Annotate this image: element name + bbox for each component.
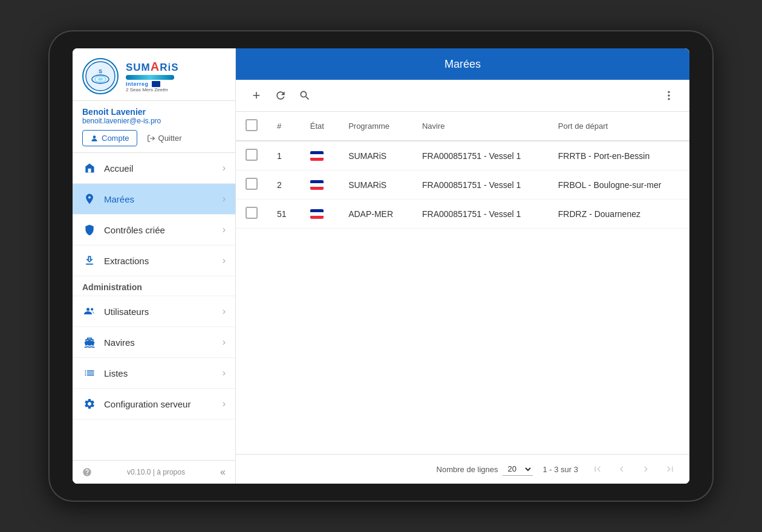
row-checkbox[interactable]: [246, 178, 258, 190]
sidebar-item-accueil[interactable]: Accueil ›: [73, 153, 235, 184]
table-row[interactable]: 1 SUMARiS FRA000851751 - Vessel 1 FRRTB …: [236, 141, 689, 170]
col-programme: Programme: [339, 112, 412, 141]
first-page-button[interactable]: [588, 459, 607, 479]
sidebar-item-config[interactable]: Configuration serveur ›: [73, 389, 235, 420]
chevron-right-icon: ›: [223, 255, 226, 266]
sumaris-wordmark: SUMA RiS: [126, 60, 179, 74]
last-page-button[interactable]: [660, 459, 680, 479]
chevron-right-icon: ›: [223, 163, 226, 174]
sidebar-item-listes[interactable]: Listes ›: [73, 358, 235, 389]
row-num: 1: [267, 141, 301, 170]
sidebar-item-navires-label: Navires: [104, 337, 223, 348]
pagination-count: 1 - 3 sur 3: [542, 465, 578, 474]
row-port: FRBOL - Boulogne-sur-mer: [549, 170, 689, 199]
page-header: Marées: [236, 48, 689, 80]
col-navire: Navire: [412, 112, 549, 141]
app-logo: S: [82, 58, 119, 94]
svg-point-10: [668, 91, 669, 93]
sidebar: S SUMA RiS Interreg 2 Seas Mers Zeeën: [73, 48, 236, 484]
flag-icon: [310, 209, 324, 219]
compte-button[interactable]: Compte: [82, 130, 137, 146]
sidebar-item-extractions[interactable]: Extractions ›: [73, 245, 235, 276]
sidebar-item-extractions-label: Extractions: [104, 256, 223, 266]
list-icon: [82, 366, 97, 380]
chevron-right-icon: ›: [223, 337, 226, 348]
row-checkbox[interactable]: [246, 207, 258, 219]
home-icon: [82, 161, 97, 175]
user-name: Benoit Lavenier: [82, 107, 226, 117]
admin-section-label: Administration: [73, 276, 235, 296]
pagination-bar: Nombre de lignes 20 5 10 50 100 1 - 3 su…: [236, 454, 689, 484]
sidebar-item-navires[interactable]: Navires ›: [73, 327, 235, 358]
flag-icon: [310, 151, 324, 161]
svg-text:S: S: [99, 68, 102, 74]
row-port: FRDRZ - Douarnenez: [549, 199, 689, 229]
shield-icon: [82, 222, 97, 237]
data-table-container: # État Programme Navire Port de départ 1…: [236, 112, 689, 454]
row-navire: FRA000851751 - Vessel 1: [412, 170, 549, 199]
sidebar-item-utilisateurs-label: Utilisateurs: [104, 307, 223, 317]
chevron-right-icon: ›: [223, 306, 226, 317]
row-navire: FRA000851751 - Vessel 1: [412, 199, 549, 229]
chevron-right-icon: ›: [223, 193, 226, 204]
more-button[interactable]: [658, 85, 680, 106]
row-num: 51: [267, 199, 301, 229]
svg-point-12: [668, 98, 669, 100]
sidebar-logo-section: S SUMA RiS Interreg 2 Seas Mers Zeeën: [73, 48, 235, 101]
rows-per-page-select[interactable]: 20 5 10 50 100: [503, 462, 533, 476]
col-etat: État: [301, 112, 339, 141]
add-button[interactable]: +: [246, 85, 267, 106]
sidebar-item-utilisateurs[interactable]: Utilisateurs ›: [73, 296, 235, 327]
collapse-button[interactable]: «: [220, 467, 226, 478]
sidebar-item-config-label: Configuration serveur: [104, 399, 223, 409]
row-programme: SUMARiS: [339, 170, 412, 199]
row-select-cell: [236, 141, 267, 170]
user-email: benoit.lavenier@e-is.pro: [82, 117, 226, 125]
row-select-cell: [236, 199, 267, 229]
seas-label: 2 Seas Mers Zeeën: [126, 87, 168, 92]
svg-point-4: [98, 78, 103, 81]
svg-point-8: [86, 308, 90, 311]
svg-point-9: [91, 308, 93, 311]
page-title: Marées: [444, 58, 481, 71]
quitter-button[interactable]: Quitter: [142, 130, 187, 146]
user-actions: Compte Quitter: [82, 130, 226, 146]
col-port: Port de départ: [549, 112, 689, 141]
location-icon: [82, 192, 97, 206]
chevron-right-icon: ›: [223, 368, 226, 378]
row-programme: ADAP-MER: [339, 199, 412, 229]
toolbar: +: [236, 80, 689, 112]
sidebar-item-controles[interactable]: Contrôles criée ›: [73, 215, 235, 245]
rows-per-page-label: Nombre de lignes: [437, 465, 498, 474]
table-row[interactable]: 51 ADAP-MER FRA000851751 - Vessel 1 FRDR…: [236, 199, 689, 229]
refresh-button[interactable]: [270, 85, 291, 106]
version-label: v0.10.0 | à propos: [127, 468, 185, 476]
settings-icon: [82, 397, 97, 411]
row-etat: [301, 199, 339, 229]
prev-page-button[interactable]: [612, 459, 631, 479]
interreg-label: Interreg: [126, 81, 160, 88]
help-section: [82, 467, 92, 477]
select-all-checkbox[interactable]: [246, 119, 258, 131]
nav-section: Accueil › Marées › Contrôles criée: [73, 153, 235, 460]
marees-table: # État Programme Navire Port de départ 1…: [236, 112, 689, 229]
chevron-right-icon: ›: [223, 398, 226, 409]
sidebar-item-listes-label: Listes: [104, 368, 223, 378]
sidebar-item-controles-label: Contrôles criée: [104, 225, 223, 235]
row-num: 2: [267, 170, 301, 199]
next-page-button[interactable]: [636, 459, 656, 479]
row-etat: [301, 170, 339, 199]
svg-point-11: [668, 94, 669, 96]
row-port: FRRTB - Port-en-Bessin: [549, 141, 689, 170]
chevron-right-icon: ›: [223, 224, 226, 235]
table-row[interactable]: 2 SUMARiS FRA000851751 - Vessel 1 FRBOL …: [236, 170, 689, 199]
download-icon: [82, 253, 97, 268]
sumaris-logo-block: SUMA RiS Interreg 2 Seas Mers Zeeën: [126, 60, 179, 93]
row-checkbox[interactable]: [246, 149, 258, 161]
sidebar-item-marees[interactable]: Marées ›: [73, 184, 235, 215]
svg-rect-7: [88, 169, 91, 173]
ship-icon: [82, 335, 97, 349]
sidebar-item-accueil-label: Accueil: [104, 163, 223, 174]
search-button[interactable]: [294, 85, 316, 106]
row-select-cell: [236, 170, 267, 199]
